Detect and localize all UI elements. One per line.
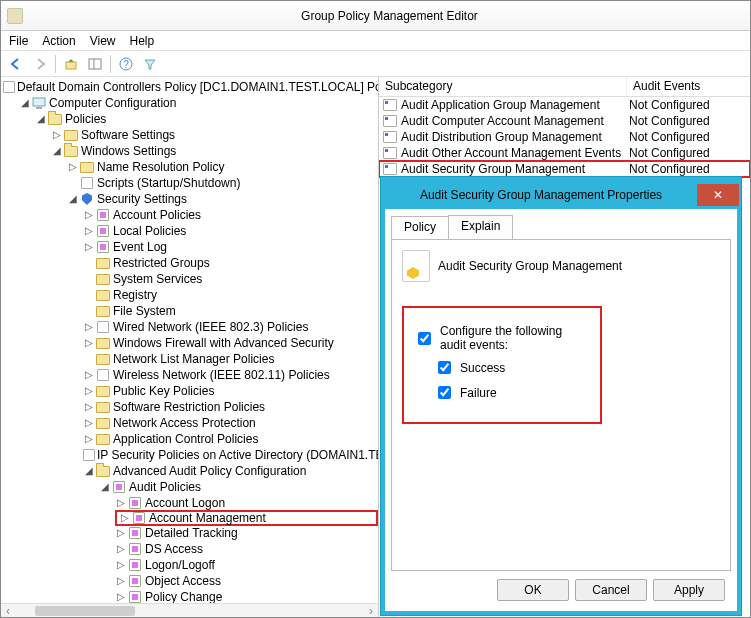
cancel-button[interactable]: Cancel bbox=[575, 579, 647, 601]
ok-button[interactable]: OK bbox=[497, 579, 569, 601]
tree-ipsec[interactable]: IP Security Policies on Active Directory… bbox=[83, 447, 378, 463]
list-row[interactable]: Audit Other Account Management EventsNot… bbox=[379, 145, 750, 161]
collapse-icon[interactable]: ◢ bbox=[35, 113, 47, 125]
col-subcategory[interactable]: Subcategory bbox=[379, 77, 627, 96]
row-value: Not Configured bbox=[627, 162, 750, 176]
collapse-icon[interactable]: ◢ bbox=[67, 193, 79, 205]
scroll-right-icon[interactable]: › bbox=[364, 604, 378, 618]
failure-label: Failure bbox=[460, 386, 497, 400]
tree-netlist[interactable]: Network List Manager Policies bbox=[83, 351, 378, 367]
success-checkbox[interactable]: Success bbox=[434, 358, 586, 377]
tree-name-resolution[interactable]: ▷Name Resolution Policy bbox=[67, 159, 378, 175]
collapse-icon[interactable]: ◢ bbox=[19, 97, 31, 109]
expand-icon[interactable]: ▷ bbox=[83, 385, 95, 397]
tree-account-management[interactable]: ▷Account Management bbox=[115, 510, 378, 526]
expand-icon[interactable]: ▷ bbox=[115, 497, 127, 509]
tree-acp[interactable]: ▷Application Control Policies bbox=[83, 431, 378, 447]
tree-wired[interactable]: ▷Wired Network (IEEE 802.3) Policies bbox=[83, 319, 378, 335]
expand-icon[interactable]: ▷ bbox=[83, 337, 95, 349]
expand-icon[interactable]: ▷ bbox=[83, 225, 95, 237]
tree-detailed-tracking[interactable]: ▷Detailed Tracking bbox=[115, 525, 378, 541]
tree-pki[interactable]: ▷Public Key Policies bbox=[83, 383, 378, 399]
list-row[interactable]: Audit Application Group ManagementNot Co… bbox=[379, 97, 750, 113]
menu-action[interactable]: Action bbox=[42, 34, 75, 48]
tree-software-settings[interactable]: ▷Software Settings bbox=[51, 127, 378, 143]
tree-nap[interactable]: ▷Network Access Protection bbox=[83, 415, 378, 431]
collapse-icon[interactable]: ◢ bbox=[83, 465, 95, 477]
policy-tree[interactable]: Default Domain Controllers Policy [DC1.D… bbox=[1, 79, 378, 617]
apply-button[interactable]: Apply bbox=[653, 579, 725, 601]
tree-computer-config[interactable]: ◢Computer Configuration bbox=[19, 95, 378, 111]
expand-icon[interactable]: ▷ bbox=[67, 161, 79, 173]
row-name: Audit Computer Account Management bbox=[401, 114, 604, 128]
expand-icon[interactable]: ▷ bbox=[83, 369, 95, 381]
tab-panel-policy: Audit Security Group Management Configur… bbox=[391, 239, 731, 571]
tab-policy[interactable]: Policy bbox=[391, 216, 449, 240]
collapse-icon[interactable]: ◢ bbox=[99, 481, 111, 493]
tree-event-log[interactable]: ▷Event Log bbox=[83, 239, 378, 255]
tree-account-logon[interactable]: ▷Account Logon bbox=[115, 495, 378, 511]
failure-checkbox-input[interactable] bbox=[438, 386, 451, 399]
tree-object-access[interactable]: ▷Object Access bbox=[115, 573, 378, 589]
back-button[interactable] bbox=[5, 53, 27, 75]
expand-icon[interactable]: ▷ bbox=[83, 433, 95, 445]
list-row[interactable]: Audit Computer Account ManagementNot Con… bbox=[379, 113, 750, 129]
help-button[interactable]: ? bbox=[115, 53, 137, 75]
tree-local-policies[interactable]: ▷Local Policies bbox=[83, 223, 378, 239]
expand-icon[interactable]: ▷ bbox=[115, 559, 127, 571]
list-row-selected[interactable]: Audit Security Group ManagementNot Confi… bbox=[379, 161, 750, 177]
tree-wireless[interactable]: ▷Wireless Network (IEEE 802.11) Policies bbox=[83, 367, 378, 383]
configure-checkbox-input[interactable] bbox=[418, 332, 431, 345]
scroll-left-icon[interactable]: ‹ bbox=[1, 604, 15, 618]
expand-icon[interactable]: ▷ bbox=[119, 512, 131, 524]
menu-bar: File Action View Help bbox=[1, 31, 750, 51]
expand-icon[interactable]: ▷ bbox=[115, 575, 127, 587]
network-icon bbox=[95, 320, 111, 334]
show-hide-tree-button[interactable] bbox=[84, 53, 106, 75]
tree-pane[interactable]: Default Domain Controllers Policy [DC1.D… bbox=[1, 77, 379, 617]
menu-view[interactable]: View bbox=[90, 34, 116, 48]
tree-srp[interactable]: ▷Software Restriction Policies bbox=[83, 399, 378, 415]
tree-firewall[interactable]: ▷Windows Firewall with Advanced Security bbox=[83, 335, 378, 351]
tree-registry[interactable]: Registry bbox=[83, 287, 378, 303]
tree-restricted-groups[interactable]: Restricted Groups bbox=[83, 255, 378, 271]
success-checkbox-input[interactable] bbox=[438, 361, 451, 374]
close-button[interactable]: ✕ bbox=[697, 184, 739, 206]
expand-icon[interactable]: ▷ bbox=[115, 527, 127, 539]
col-audit-events[interactable]: Audit Events bbox=[627, 77, 750, 96]
tree-file-system[interactable]: File System bbox=[83, 303, 378, 319]
list-row[interactable]: Audit Distribution Group ManagementNot C… bbox=[379, 129, 750, 145]
expand-icon[interactable]: ▷ bbox=[115, 543, 127, 555]
properties-dialog: Audit Security Group Management Properti… bbox=[381, 177, 741, 615]
tree-account-policies[interactable]: ▷Account Policies bbox=[83, 207, 378, 223]
failure-checkbox[interactable]: Failure bbox=[434, 383, 586, 402]
up-button[interactable] bbox=[60, 53, 82, 75]
tree-audit-policies[interactable]: ◢Audit Policies bbox=[99, 479, 378, 495]
menu-help[interactable]: Help bbox=[130, 34, 155, 48]
tree-hscrollbar[interactable]: ‹ › bbox=[1, 603, 378, 617]
expand-icon[interactable]: ▷ bbox=[83, 241, 95, 253]
expand-icon[interactable]: ▷ bbox=[83, 321, 95, 333]
tab-explain[interactable]: Explain bbox=[448, 215, 513, 239]
forward-button[interactable] bbox=[29, 53, 51, 75]
dialog-titlebar[interactable]: Audit Security Group Management Properti… bbox=[385, 181, 737, 209]
tree-ds-access[interactable]: ▷DS Access bbox=[115, 541, 378, 557]
tree-security-settings[interactable]: ◢Security Settings bbox=[67, 191, 378, 207]
expand-icon[interactable]: ▷ bbox=[115, 591, 127, 603]
menu-file[interactable]: File bbox=[9, 34, 28, 48]
tree-windows-settings[interactable]: ◢Windows Settings bbox=[51, 143, 378, 159]
tree-logon-logoff[interactable]: ▷Logon/Logoff bbox=[115, 557, 378, 573]
tree-system-services[interactable]: System Services bbox=[83, 271, 378, 287]
tree-policies[interactable]: ◢Policies bbox=[35, 111, 378, 127]
expand-icon[interactable]: ▷ bbox=[83, 209, 95, 221]
expand-icon[interactable]: ▷ bbox=[83, 417, 95, 429]
expand-icon[interactable]: ▷ bbox=[51, 129, 63, 141]
tree-scripts[interactable]: Scripts (Startup/Shutdown) bbox=[67, 175, 378, 191]
configure-checkbox[interactable]: Configure the following audit events: bbox=[414, 324, 586, 352]
tree-aapc[interactable]: ◢Advanced Audit Policy Configuration bbox=[83, 463, 378, 479]
scroll-thumb[interactable] bbox=[35, 606, 135, 616]
filter-button[interactable] bbox=[139, 53, 161, 75]
collapse-icon[interactable]: ◢ bbox=[51, 145, 63, 157]
expand-icon[interactable]: ▷ bbox=[83, 401, 95, 413]
tree-root[interactable]: Default Domain Controllers Policy [DC1.D… bbox=[3, 79, 378, 95]
